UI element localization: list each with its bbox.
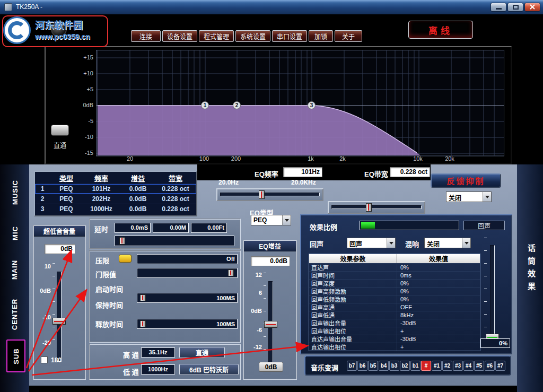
param-header: 效果参数 [309,254,397,263]
eq-freq-value[interactable]: 101Hz [283,167,322,177]
eq-bw-slider-track [331,205,422,209]
threshold-slider[interactable] [137,268,238,278]
pitch-button-b1[interactable]: b1 [410,361,421,371]
pitch-button-natural[interactable]: # [421,361,431,371]
attack-slider[interactable]: 100MS [137,293,238,303]
pitch-button-sharp1[interactable]: #1 [432,361,442,371]
highpass-mode-button[interactable]: 直通 [179,347,225,358]
pitch-button-sharp3[interactable]: #3 [453,361,463,371]
eq-bands-table: 类型 频率 增益 带宽 1 PEQ 101Hz 0.0dB 0.228 oct … [34,171,197,216]
feedback-state-select[interactable]: 关闭 [446,191,492,202]
threshold-slider-handle[interactable] [228,269,234,276]
eq-band-row-3[interactable]: 3 PEQ 1000Hz 0.0dB 0.228 oct [35,204,196,214]
pitch-button-b2[interactable]: b2 [400,361,410,371]
site-url: www.pc0359.cn [35,32,90,41]
hold-slider[interactable]: 100MS [137,319,238,329]
effect-param-row: 直达输出相位+ [309,343,480,351]
compressor-enable-led[interactable] [119,255,132,263]
hold-value: 100MS [216,319,235,328]
minimize-icon [496,8,502,10]
hold-slider-handle[interactable] [140,320,146,327]
param-value: 0ms [397,272,480,278]
fader-tick-marks [484,238,487,334]
fader-scale-label: 10 [36,263,51,269]
offline-status-button[interactable]: 离线 [408,21,473,39]
sub-volume-fader-handle[interactable] [52,318,66,325]
eq-gain-title: EQ增益 [244,241,296,251]
eq-gain-fader-handle[interactable] [264,321,277,328]
pitch-button-b7[interactable]: b7 [347,361,357,371]
pitch-button-b6[interactable]: b6 [357,361,367,371]
band-gain: 0.0dB [120,205,156,213]
lowpass-mode-button[interactable]: 6dB 巴特沃斯 [179,364,239,375]
band-marker-3[interactable]: 3 [308,101,316,109]
eq-type-select[interactable]: PEQ [251,215,291,225]
reverb-select[interactable]: 关闭 [424,238,471,248]
attack-slider-handle[interactable] [140,294,146,301]
maximize-button[interactable] [507,3,523,12]
system-settings-button[interactable]: 系统设置 [235,30,270,42]
compressor-state-value[interactable]: Off [137,254,238,264]
delay-slider-handle[interactable] [119,237,125,245]
effects-level-fader[interactable] [490,245,495,346]
effects-panel: 效果比例 回声 回声 回声 混响 关闭 效果参数 效果值 直达声0% 回声时间0… [300,214,512,354]
channel-tab-music[interactable]: MUSIC [2,169,28,215]
pitch-button-sharp5[interactable]: #5 [474,361,484,371]
pitch-button-sharp4[interactable]: #4 [463,361,474,371]
chevron-down-icon[interactable] [387,238,395,248]
phase-180-checkbox[interactable] [41,356,48,363]
eq-freq-slider[interactable] [216,188,323,201]
chevron-down-icon[interactable] [282,215,291,225]
eq-gain-fader[interactable] [268,281,273,365]
eq-bw-slider-handle[interactable] [366,203,372,212]
delay-ft-value[interactable]: 0.00Ft [191,223,227,233]
effect-ratio-slider[interactable] [360,221,459,230]
eq-header-gain: 增益 [120,173,156,183]
eq-band-row-2[interactable]: 2 PEQ 202Hz 0.0dB 0.228 oct [35,194,196,204]
effect-ratio-tag: 回声 [463,221,505,230]
channel-tab-center[interactable]: CENTER [2,291,28,337]
pitch-button-b5[interactable]: b5 [368,361,378,371]
lowpass-freq-value[interactable]: 1000Hz [141,364,175,374]
sub-volume-value[interactable]: 0dB [45,244,75,254]
eq-bw-value[interactable]: 0.228 oct [390,167,430,177]
delay-m-value[interactable]: 0.00M [153,223,189,233]
eq-gain-reset-button[interactable]: 0dB [259,362,283,372]
chevron-down-icon[interactable] [483,192,491,202]
pitch-button-b4[interactable]: b4 [379,361,389,371]
chevron-down-icon[interactable] [462,238,470,248]
eq-bw-slider[interactable] [328,201,425,214]
delay-ms-value[interactable]: 0.0mS [115,223,151,233]
channel-tab-main[interactable]: MAIN [2,250,28,289]
lock-button[interactable]: 加锁 [309,30,333,42]
feedback-suppress-button[interactable]: 反馈抑制 [431,173,501,188]
band-marker-2[interactable]: 2 [233,101,241,109]
sub-volume-fader[interactable] [57,272,62,362]
delay-slider[interactable] [115,236,234,246]
graph-bypass-button[interactable] [51,125,69,136]
channel-tab-sub[interactable]: SUB [6,339,25,372]
param-value: + [397,344,480,350]
close-button[interactable] [524,3,540,12]
eq-freq-slider-track [220,193,320,196]
pitch-button-b3[interactable]: b3 [389,361,399,371]
eq-band-row-1[interactable]: 1 PEQ 101Hz 0.0dB 0.228 oct [35,184,196,194]
highpass-freq-value[interactable]: 35.1Hz [141,347,175,358]
about-button[interactable]: 关于 [335,30,362,42]
pitch-button-sharp7[interactable]: #7 [495,361,505,371]
device-settings-button[interactable]: 设备设置 [162,30,197,42]
pitch-button-sharp2[interactable]: #2 [442,361,452,371]
eq-freq-slider-handle[interactable] [259,190,265,199]
connect-button[interactable]: 连接 [131,30,161,42]
echo-select[interactable]: 回声 [347,238,396,248]
band-freq: 101Hz [83,185,120,193]
minimize-button[interactable] [491,3,506,12]
eq-gain-panel: EQ增益 0.0dB 12 6 0dB -6 -12 0dB [243,240,297,380]
band-marker-1[interactable]: 1 [201,101,209,109]
eq-gain-value[interactable]: 0.0dB [251,256,290,266]
program-manage-button[interactable]: 程式管理 [199,30,234,42]
fader-scale-label: 6 [248,290,262,296]
serial-settings-button[interactable]: 串口设置 [272,30,307,42]
channel-tab-mic[interactable]: MIC [2,217,28,248]
pitch-button-sharp6[interactable]: #6 [485,361,495,371]
